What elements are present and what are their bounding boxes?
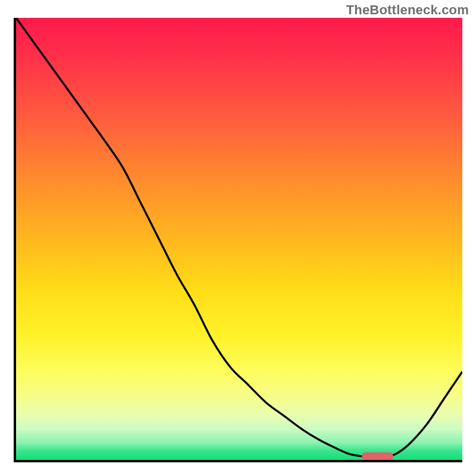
chart-frame: TheBottleneck.com	[0, 0, 476, 476]
optimal-range-marker	[362, 452, 393, 460]
plot-area	[14, 18, 462, 462]
marker-layer	[16, 18, 462, 460]
watermark-text: TheBottleneck.com	[346, 2, 469, 18]
